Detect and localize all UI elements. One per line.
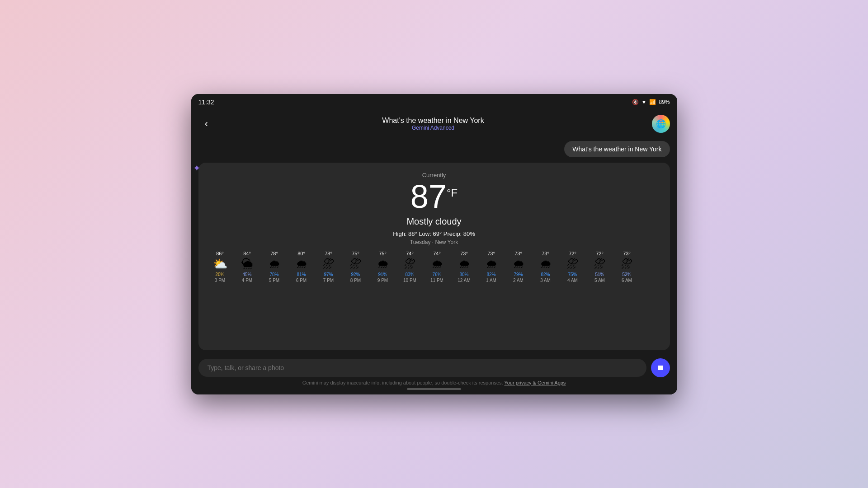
hourly-precip: 97%	[324, 272, 333, 277]
hourly-precip: 79%	[514, 272, 523, 277]
avatar-button[interactable]: 🌐	[652, 115, 670, 133]
hourly-weather-icon: ⛈	[404, 257, 416, 271]
hourly-temp: 72°	[596, 251, 604, 256]
hourly-time: 9 PM	[377, 278, 388, 283]
hourly-temp: 80°	[297, 251, 305, 256]
hourly-precip: 81%	[297, 272, 306, 277]
hourly-precip: 45%	[242, 272, 251, 277]
device-frame: 11:32 🔇 ▼ 📶 89% ‹ What's the weather in …	[191, 94, 677, 394]
hourly-weather-icon: ⛅	[213, 257, 227, 271]
hourly-item: 75° 🌧 91% 9 PM	[370, 251, 396, 283]
weather-card: Currently 87°F Mostly cloudy High: 88° L…	[198, 163, 670, 350]
hourly-weather-icon: ⛈	[323, 257, 335, 271]
battery-text: 89%	[659, 99, 670, 105]
stop-button[interactable]: ⏹	[651, 358, 670, 377]
status-bar: 11:32 🔇 ▼ 📶 89%	[191, 94, 677, 110]
hourly-item: 86° ⛅ 20% 3 PM	[208, 251, 233, 283]
hourly-time: 6 AM	[622, 278, 632, 283]
hourly-precip: 91%	[378, 272, 387, 277]
privacy-link[interactable]: Your privacy & Gemini Apps	[504, 380, 566, 385]
weather-low-label: Low:	[419, 230, 433, 237]
status-icons: 🔇 ▼ 📶 89%	[632, 99, 670, 105]
input-row: ⏹	[198, 358, 670, 377]
hourly-time: 1 AM	[486, 278, 496, 283]
hourly-precip: 52%	[622, 272, 631, 277]
hourly-weather-icon: 🌧	[296, 257, 307, 271]
hourly-forecast-scroll[interactable]: 86° ⛅ 20% 3 PM 84° 🌦 45% 4 PM 78° 🌧 78% …	[208, 251, 661, 283]
hourly-item: 73° 🌧 82% 3 AM	[533, 251, 558, 283]
hourly-weather-icon: 🌧	[540, 257, 552, 271]
header-title: What's the weather in New York	[215, 117, 652, 125]
weather-location: Tuesday · New York	[208, 239, 661, 245]
header-subtitle: Gemini Advanced	[215, 125, 652, 131]
hourly-precip: 82%	[541, 272, 550, 277]
weather-temperature: 87°F	[208, 180, 661, 213]
hourly-weather-icon: 🌦	[241, 257, 253, 271]
hourly-time: 2 AM	[513, 278, 524, 283]
hourly-temp: 74°	[406, 251, 414, 256]
hourly-weather-icon: 🌧	[513, 257, 524, 271]
hourly-weather-icon: 🌧	[431, 257, 443, 271]
hourly-precip: 78%	[269, 272, 278, 277]
hourly-temp: 86°	[216, 251, 224, 256]
weather-precip-value: 80%	[463, 230, 475, 237]
hourly-weather-icon: ⛈	[594, 257, 606, 271]
weather-precip-label: Precip:	[443, 230, 463, 237]
hourly-temp: 75°	[352, 251, 359, 256]
chat-input[interactable]	[198, 359, 646, 377]
home-indicator	[407, 388, 461, 390]
hourly-item: 73° 🌧 79% 2 AM	[506, 251, 531, 283]
hourly-item: 73° 🌧 80% 12 AM	[452, 251, 477, 283]
weather-high-value: 88°	[408, 230, 417, 237]
hourly-temp: 72°	[569, 251, 576, 256]
hourly-item: 80° 🌧 81% 6 PM	[289, 251, 314, 283]
hourly-item: 72° ⛈ 75% 4 AM	[560, 251, 585, 283]
hourly-precip: 80%	[459, 272, 468, 277]
hourly-weather-icon: 🌧	[269, 257, 280, 271]
hourly-item: 74° ⛈ 83% 10 PM	[397, 251, 423, 283]
hourly-precip: 76%	[432, 272, 441, 277]
weather-details: High: 88° Low: 69° Precip: 80%	[208, 230, 661, 237]
hourly-time: 5 AM	[594, 278, 605, 283]
hourly-temp: 78°	[270, 251, 278, 256]
hourly-time: 4 PM	[242, 278, 252, 283]
hourly-precip: 92%	[351, 272, 360, 277]
disclaimer-text: Gemini may display inaccurate info, incl…	[198, 380, 670, 385]
hourly-time: 8 PM	[350, 278, 361, 283]
hourly-item: 73° 🌧 82% 1 AM	[479, 251, 504, 283]
hourly-item: 78° 🌧 78% 5 PM	[262, 251, 287, 283]
header-center: What's the weather in New York Gemini Ad…	[215, 117, 652, 131]
hourly-temp: 73°	[623, 251, 631, 256]
hourly-temp: 73°	[487, 251, 495, 256]
hourly-time: 7 PM	[323, 278, 334, 283]
signal-icon: 📶	[649, 99, 656, 105]
hourly-weather-icon: 🌧	[458, 257, 470, 271]
hourly-item: 73° ⛈ 52% 6 AM	[614, 251, 640, 283]
wifi-icon: ▼	[642, 99, 647, 105]
mute-icon: 🔇	[632, 99, 639, 105]
hourly-precip: 51%	[595, 272, 604, 277]
hourly-item: 78° ⛈ 97% 7 PM	[316, 251, 341, 283]
hourly-item: 72° ⛈ 51% 5 AM	[587, 251, 613, 283]
weather-condition: Mostly cloudy	[208, 216, 661, 227]
hourly-item: 74° 🌧 76% 11 PM	[425, 251, 450, 283]
hourly-time: 12 AM	[458, 278, 470, 283]
hourly-time: 3 AM	[540, 278, 551, 283]
status-time: 11:32	[198, 99, 214, 106]
chat-area: ✦ What's the weather in New York Current…	[191, 137, 677, 354]
hourly-weather-icon: ⛈	[350, 257, 362, 271]
hourly-precip: 20%	[215, 272, 224, 277]
hourly-temp: 73°	[542, 251, 549, 256]
hourly-temp: 75°	[379, 251, 387, 256]
hourly-time: 3 PM	[215, 278, 225, 283]
hourly-time: 4 AM	[567, 278, 578, 283]
back-button[interactable]: ‹	[198, 116, 215, 132]
weather-low-value: 69°	[433, 230, 442, 237]
hourly-item: 84° 🌦 45% 4 PM	[235, 251, 260, 283]
user-message-bubble: What's the weather in New York	[564, 141, 670, 157]
hourly-precip: 83%	[405, 272, 414, 277]
hourly-item: 75° ⛈ 92% 8 PM	[343, 251, 368, 283]
hourly-time: 6 PM	[296, 278, 307, 283]
input-area: ⏹ Gemini may display inaccurate info, in…	[191, 354, 677, 394]
hourly-temp: 74°	[433, 251, 441, 256]
